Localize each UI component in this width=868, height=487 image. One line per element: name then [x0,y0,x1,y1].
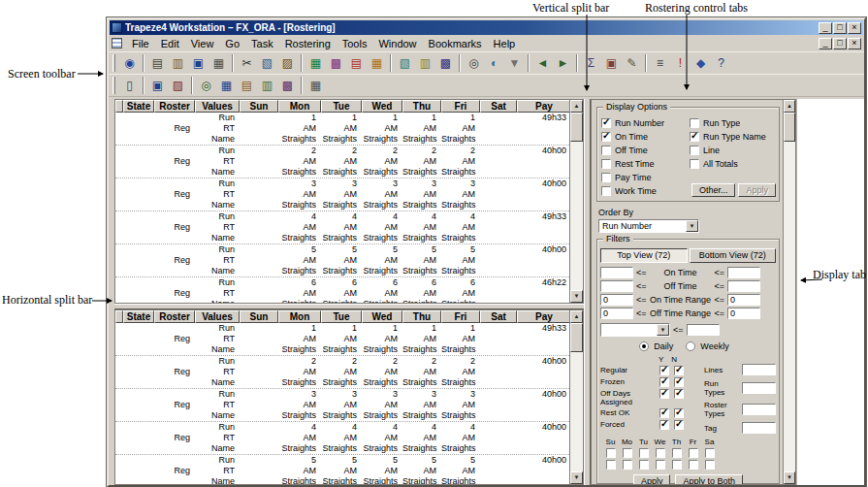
checkbox-run-type-name[interactable]: Run Type Name [690,131,776,142]
grid-icon[interactable]: ▩ [435,53,456,73]
flag-yes-checkbox[interactable] [659,420,669,430]
checkbox-box[interactable] [690,132,699,142]
checkbox-box[interactable] [690,118,699,128]
flag-yes-checkbox[interactable] [659,377,669,387]
column-header-sun[interactable]: Sun [240,100,278,113]
range-min-field[interactable] [600,280,633,292]
range-max-field[interactable]: 0 [727,308,760,319]
minimize-button[interactable]: _ [819,22,832,34]
roster-group[interactable]: Run1111149h33RegRTAMAMAMAMAMNameStraight… [115,113,569,146]
text-field[interactable] [742,382,776,394]
scroll-track[interactable] [784,142,795,471]
checkbox-rest-time[interactable]: Rest Time [601,158,688,169]
row-indicator-header[interactable] [115,310,123,323]
stats-icon[interactable]: ▣ [601,53,622,73]
day-checkbox-sa[interactable] [705,448,715,458]
checkbox-box[interactable] [601,159,611,169]
column-header-sat[interactable]: Sat [480,310,517,323]
import-icon[interactable]: ▥ [168,53,188,73]
vehicle-schedule-icon[interactable]: ▩ [326,53,346,73]
warning-icon[interactable]: ! [670,53,691,73]
column-header-roster[interactable]: Roster [154,100,195,113]
title-bar[interactable]: Trapeze4 Workstation – FX_ORA - [Rosteri… [110,20,863,35]
roster-group[interactable]: Run4444440h00RegRTAMAMAMAMAMNameStraight… [115,422,569,455]
checkbox-work-time[interactable]: Work Time [601,185,688,196]
text-field[interactable] [742,422,776,434]
back-icon[interactable]: ◄ [532,53,553,73]
day-checkbox-fr[interactable] [689,448,698,458]
checkbox-box[interactable] [601,173,611,182]
scroll-thumb[interactable] [570,113,583,142]
other-button[interactable]: Other... [691,183,736,197]
flag-yes-checkbox[interactable] [659,366,669,375]
top-view-button[interactable]: Top View (72) [600,248,688,263]
column-header-thu[interactable]: Thu [402,310,441,323]
menu-help[interactable]: Help [488,37,522,51]
crew-schedule-icon[interactable]: ▤ [346,53,367,73]
toolbar-drag-handle[interactable] [113,54,115,72]
column-header-state[interactable]: State [123,310,154,323]
copy-icon[interactable]: ▧ [257,53,277,73]
roster-group[interactable]: Run3333340h00RegRTAMAMAMAMAMNameStraight… [115,389,569,422]
summary-view-icon[interactable]: ▥ [257,76,277,95]
menu-view[interactable]: View [185,37,220,51]
print-screen-icon[interactable]: ▦ [305,76,326,95]
roster-group[interactable]: Run3333340h00RegRTAMAMAMAMAMNameStraight… [115,179,569,211]
checkbox-pay-time[interactable]: Pay Time [601,172,688,182]
scroll-up-icon[interactable]: ▲ [570,310,583,323]
menu-rostering[interactable]: Rostering [279,37,337,51]
find-icon[interactable]: ◐ [484,53,504,73]
column-header-thu[interactable]: Thu [402,100,441,113]
filter-field[interactable] [687,324,720,336]
day-checkbox-mo[interactable] [623,460,632,470]
checkbox-box[interactable] [690,159,699,169]
flag-yes-checkbox[interactable] [659,389,669,399]
menu-go[interactable]: Go [219,37,245,51]
paste-icon[interactable]: ▨ [277,53,298,73]
column-header-pay[interactable]: Pay [517,100,570,113]
column-header-sat[interactable]: Sat [480,100,517,113]
column-header-wed[interactable]: Wed [362,310,402,323]
weekly-radio[interactable] [686,341,695,351]
screen-list-icon[interactable]: ▯ [119,76,140,95]
checkbox-line[interactable]: Line [690,145,776,155]
flag-no-checkbox[interactable] [674,389,684,399]
menu-task[interactable]: Task [245,37,279,51]
menu-edit[interactable]: Edit [155,37,185,51]
menu-file[interactable]: File [126,37,155,51]
column-header-wed[interactable]: Wed [362,100,402,113]
roster-group[interactable]: Run4444449h33RegRTAMAMAMAMAMNameStraight… [115,211,569,244]
menu-bookmarks[interactable]: Bookmarks [423,37,488,51]
checkbox-box[interactable] [601,118,611,128]
checkbox-run-type[interactable]: Run Type [690,117,776,128]
delete-screen-icon[interactable]: ▨ [168,76,188,95]
column-header-mon[interactable]: Mon [278,100,321,113]
range-min-field[interactable]: 0 [600,294,633,306]
scroll-down-icon[interactable]: ▼ [570,471,583,484]
day-checkbox-sa[interactable] [705,460,715,470]
day-checkbox-tu[interactable] [639,460,649,470]
cut-icon[interactable]: ✂ [237,53,257,73]
roster-group[interactable]: Run2222240h00RegRTAMAMAMAMAMNameStraight… [115,356,569,389]
timetable-icon[interactable]: ▦ [305,53,326,73]
checkbox-box[interactable] [690,146,699,155]
column-header-values[interactable]: Values [195,310,240,323]
roster-group[interactable]: Run1111149h33RegRTAMAMAMAMAMNameStraight… [115,323,569,356]
scroll-track[interactable] [570,142,583,290]
scroll-down-icon[interactable]: ▼ [570,290,583,303]
top-table-scrollbar[interactable]: ▲ ▼ [570,99,584,304]
column-header-tue[interactable]: Tue [321,310,362,323]
range-min-field[interactable]: 0 [600,308,633,319]
scroll-thumb[interactable] [784,113,795,142]
range-min-field[interactable] [600,267,633,278]
scroll-up-icon[interactable]: ▲ [784,100,795,113]
filter-icon[interactable]: ▼ [504,53,525,73]
filters-apply-button[interactable]: Apply [633,474,671,484]
row-indicator-header[interactable] [115,100,123,113]
day-checkbox-th[interactable] [672,460,682,470]
order-by-combobox[interactable]: Run Number ▼ [598,219,699,233]
day-checkbox-we[interactable] [656,448,665,458]
range-max-field[interactable]: 0 [727,294,760,306]
apply-to-both-button[interactable]: Apply to Both [675,474,743,484]
flag-no-checkbox[interactable] [674,366,684,375]
